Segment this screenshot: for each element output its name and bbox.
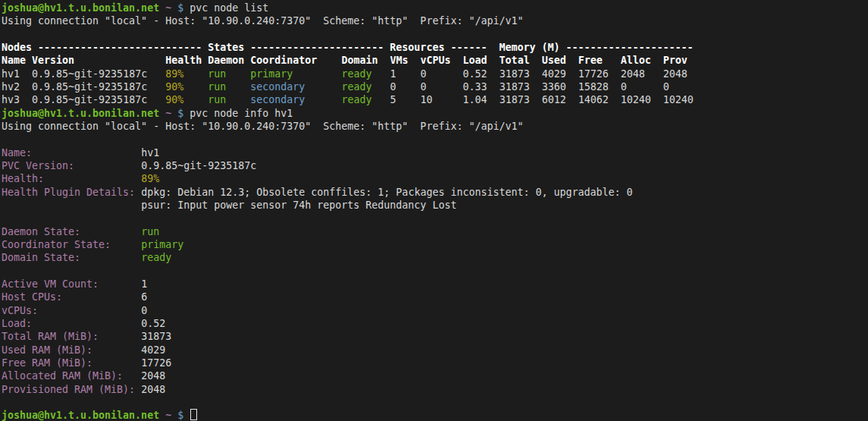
info-line-free-ram: Free RAM (MiB): 17726 [2,357,868,369]
pad [32,147,141,159]
node-load: 1.04 [463,94,487,105]
info-value: 17726 [141,357,171,369]
node-vcpus: 0 [421,68,427,80]
col-header-version: Version [32,55,74,66]
node-daemon-state: run [208,68,226,80]
pad [183,68,208,80]
col-header-name: Name [2,55,26,66]
node-version: 0.9.85~git-9235187c [32,81,147,93]
node-vms: 0 [390,81,396,93]
col-header-used: Used [542,55,566,66]
pad [317,55,341,66]
info-line-total-ram: Total RAM (MiB): 31873 [2,330,868,343]
blank-line [2,212,868,225]
terminal-cursor [190,409,197,420]
prompt-path: ~ [165,410,171,421]
col-header-prov: Prov [663,55,688,66]
node-mem-alloc: 2048 [621,68,645,80]
info-value: 6 [141,291,147,303]
pad [159,2,165,14]
pad [609,81,621,93]
pad [171,108,177,119]
blank-line [2,396,868,409]
node-mem-free: 14062 [578,94,609,105]
node-vcpus: 0 [421,81,427,93]
node-mem-prov: 2048 [663,68,688,80]
pad [99,278,141,290]
pad [609,94,621,105]
info-line-load: Load: 0.52 [2,317,868,330]
info-label: Free RAM (MiB): [2,357,92,369]
node-health: 89% [165,68,183,80]
info-value: hv1 [141,147,159,159]
info-line-allocated-ram: Allocated RAM (MiB): 2048 [2,369,868,382]
prompt-line-2: joshua@hv1.t.u.bonilan.net ~ $ pvc node … [2,107,868,120]
node-mem-alloc: 10240 [621,94,651,105]
col-header-free: Free [578,55,603,66]
node-mem-prov: 0 [663,81,669,93]
info-line-coordinator-state: Coordinator State: primary [2,238,868,251]
col-header-vcpus: vCPUs [421,55,451,66]
prompt-path: ~ [165,108,171,119]
pad [135,384,141,395]
col-header-vms: VMs [390,55,408,66]
connection-info-line: Using connection "local" - Host: "10.90.… [2,14,868,27]
info-value: primary [141,239,183,250]
pad [609,68,621,80]
pad [62,291,141,303]
pad [26,55,32,66]
pad [378,55,390,66]
info-value: dpkg: Debian 12.3; Obsolete conffiles: 1… [141,187,632,198]
pad [530,68,542,80]
blank-line [2,133,868,146]
node-vcpus: 10 [421,94,433,105]
info-line-active-vm-count: Active VM Count: 1 [2,278,868,291]
pad [627,81,663,93]
pad [305,94,341,105]
prompt-line-3: joshua@hv1.t.u.bonilan.net ~ $ [2,409,868,421]
pad [99,331,141,342]
info-line-health: Health: 89% [2,172,868,185]
info-line-pvc-version: PVC Version: 0.9.85~git-9235187c [2,159,868,172]
info-line-health-plugin-details-cont: psur: Input power sensor 74h reports Red… [2,199,868,212]
pad [147,94,165,105]
node-mem-total: 31873 [500,81,530,93]
blank [2,265,8,277]
blank-line [2,28,868,41]
info-line-health-plugin-details: Health Plugin Details: dpkg: Debian 12.3… [2,186,868,199]
terminal-screen[interactable]: joshua@hv1.t.u.bonilan.net ~ $ pvc node … [0,0,868,421]
col-header-alloc: Alloc [621,55,651,66]
pad [32,318,141,329]
connection-info-line: Using connection "local" - Host: "10.90.… [2,121,523,132]
pad [20,94,32,105]
prompt-user-host: joshua@hv1.t.u.bonilan.net [2,108,159,119]
node-daemon-state: run [208,94,226,105]
info-label: Total RAM (MiB): [2,331,99,342]
node-domain-state: ready [341,81,371,93]
pad [487,81,500,93]
pad [530,55,542,66]
info-label: Load: [2,318,32,329]
blank [2,134,8,145]
node-name: hv1 [2,68,20,80]
pad [396,68,420,80]
info-label: PVC Version: [2,160,74,171]
info-label: Daemon State: [2,226,80,237]
pad [409,55,421,66]
pad [371,68,390,80]
node-mem-used: 4029 [542,68,566,80]
blank [2,29,8,40]
pad [80,252,141,263]
pad [226,68,250,80]
info-value: 0.9.85~git-9235187c [141,160,256,171]
command-text [183,410,190,421]
pad [226,81,250,93]
pad [371,94,390,105]
pad [159,410,165,421]
info-value: 0 [141,305,147,316]
pad [20,81,32,93]
prompt-symbol: $ [177,410,183,421]
blank-line [2,265,868,278]
table-group-header: Nodes --------------------------- States… [2,42,694,53]
node-mem-prov: 10240 [663,94,694,105]
